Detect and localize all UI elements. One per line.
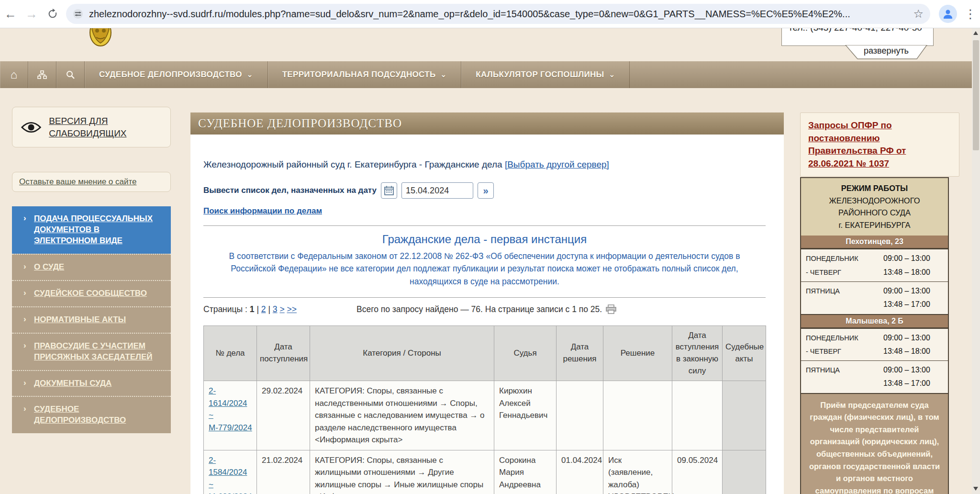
page-link-2[interactable]: 2 [261, 304, 266, 314]
bullet-icon: › [23, 340, 26, 351]
feedback-link[interactable]: Оставьте ваше мнение о сайте [19, 177, 137, 186]
page-last-link[interactable]: >> [287, 304, 297, 314]
legal-force-date [672, 381, 723, 450]
calendar-button[interactable] [381, 182, 397, 199]
reception-notice: Приём председателем суда граждан (физиче… [801, 393, 948, 494]
browser-menu-button[interactable]: ⋮ [961, 7, 980, 22]
case-number-link[interactable]: 2-1614/2024 ~ М-779/2024 [209, 386, 252, 432]
page: тел.: (343) 227-40-41; 227-40-50 разверн… [0, 0, 980, 494]
divider [203, 225, 766, 226]
bookmark-star-icon[interactable]: ☆ [913, 7, 924, 21]
results-summary: Всего по запросу найдено — 76. На страни… [356, 304, 602, 314]
decision-date [557, 381, 603, 450]
pagination-row: Страницы : 1 | 2 | 3 > >> Всего по запро… [203, 304, 766, 318]
eye-icon [21, 120, 41, 135]
person-icon [942, 8, 954, 20]
scroll-down-arrow[interactable] [973, 487, 978, 491]
received-date: 29.02.2024 [257, 381, 310, 450]
decision-date: 01.04.2024 [557, 450, 603, 494]
url-text[interactable]: zheleznodorozhny--svd.sudrf.ru/modules.p… [89, 9, 908, 20]
sitemap-button[interactable] [28, 61, 56, 88]
sidebar-menu: › ПОДАЧА ПРОЦЕССУАЛЬНЫХ ДОКУМЕНТОВ В ЭЛЕ… [12, 206, 171, 433]
browser-toolbar: ← → zheleznodorozhny--svd.sudrf.ru/modul… [0, 0, 980, 28]
sitemap-icon [37, 70, 47, 79]
divider [203, 297, 766, 298]
date-input[interactable] [401, 182, 473, 199]
profile-avatar[interactable] [939, 5, 957, 23]
sidebar-item-jury-justice[interactable]: › ПРАВОСУДИЕ С УЧАСТИЕМ ПРИСЯЖНЫХ ЗАСЕДА… [12, 333, 171, 370]
address-bar[interactable]: zheleznodorozhny--svd.sudrf.ru/modules.p… [66, 4, 930, 24]
judicial-acts [723, 381, 766, 450]
sidebar-item-court-proceedings[interactable]: › СУДЕБНОЕ ДЕЛОПРОИЗВОДСТВО [12, 396, 171, 433]
page-link-3[interactable]: 3 [273, 304, 278, 314]
schedule-row: ПЯТНИЦА 09:00 – 13:00 13:48 – 17:00 [801, 281, 948, 314]
judge-name: Кирюхин Алексей Геннадьевич [494, 381, 557, 450]
schedule-row: ПЯТНИЦА 09:00 – 13:00 13:48 – 17:00 [801, 360, 948, 393]
show-list-button[interactable]: » [478, 182, 494, 199]
feedback-box[interactable]: Оставьте ваше мнение о сайте [12, 172, 171, 192]
judge-name: Сорокина Мария Андреевна [494, 450, 557, 494]
decision [603, 381, 672, 450]
opfr-requests-link[interactable]: Запросы ОПФР по постановлению Правительс… [808, 120, 906, 168]
site-navbar: ⌂ СУДЕБНОЕ ДЕЛОПРОИЗВОДСТВО ⌄ ТЕРРИТОРИА… [0, 61, 980, 88]
case-category: КАТЕГОРИЯ: Споры, связанные с жилищными … [310, 450, 494, 494]
schedule-row: ПОНЕДЕЛЬНИК - ЧЕТВЕРГ 09:00 – 13:00 13:4… [801, 249, 948, 281]
chevron-down-icon: ⌄ [247, 70, 253, 79]
search-button[interactable] [56, 61, 85, 88]
forward-button[interactable]: → [21, 3, 42, 24]
col-judicial-acts: Судебные акты [723, 326, 766, 381]
col-decision: Решение [603, 326, 672, 381]
chevron-down-icon: ⌄ [609, 70, 615, 79]
case-search-link[interactable]: Поиск информации по делам [203, 206, 322, 216]
col-legal-force-date: Дата вступления в законную силу [672, 326, 723, 381]
nav-item-sud-delo[interactable]: СУДЕБНОЕ ДЕЛОПРОИЗВОДСТВО ⌄ [85, 61, 268, 88]
work-schedule: РЕЖИМ РАБОТЫ ЖЕЛЕЗНОДОРОЖНОГО РАЙОННОГО … [800, 177, 949, 494]
sidebar-item-about-court[interactable]: › О СУДЕ [12, 254, 171, 280]
expand-button[interactable]: развернуть [845, 45, 927, 60]
cases-table: № дела Дата поступления Категория / Стор… [203, 326, 766, 494]
opfr-requests-box: Запросы ОПФР по постановлению Правительс… [800, 112, 959, 177]
print-icon[interactable] [606, 304, 616, 314]
sidebar-item-judicial-community[interactable]: › СУДЕЙСКОЕ СООБЩЕСТВО [12, 280, 171, 306]
nav-item-calculator[interactable]: КАЛЬКУЛЯТОР ГОСПОШЛИНЫ ⌄ [461, 61, 630, 88]
accessibility-version-button[interactable]: ВЕРСИЯ ДЛЯ СЛАБОВИДЯЩИХ [12, 107, 171, 147]
section-title: Гражданские дела - первая инстанция [203, 233, 766, 246]
expand-label[interactable]: развернуть [845, 46, 927, 56]
col-category: Категория / Стороны [310, 326, 494, 381]
sidebar-item-court-documents[interactable]: › ДОКУМЕНТЫ СУДА [12, 370, 171, 396]
bullet-icon: › [23, 213, 26, 224]
judicial-acts [723, 450, 766, 494]
home-icon: ⌂ [11, 69, 18, 80]
schedule-row: ПОНЕДЕЛЬНИК - ЧЕТВЕРГ 09:00 – 13:00 13:4… [801, 328, 948, 361]
bullet-icon: › [23, 404, 26, 415]
scrollbar[interactable] [972, 28, 980, 494]
reload-icon [47, 9, 58, 19]
address-band: Пехотинцев, 23 [801, 236, 948, 249]
table-row: 2-1614/2024 ~ М-779/2024 29.02.2024 КАТЕ… [204, 381, 766, 450]
main-panel: Железнодорожный районный суд г. Екатерин… [190, 135, 784, 494]
scrollbar-thumb[interactable] [973, 40, 979, 150]
go-icon: » [483, 185, 489, 196]
col-received-date: Дата поступления [257, 326, 310, 381]
table-row: 2-1584/2024 ~ М-639/2024 21.02.2024 КАТЕ… [204, 450, 766, 494]
sidebar-item-normative-acts[interactable]: › НОРМАТИВНЫЕ АКТЫ [12, 306, 171, 333]
legal-force-date: 09.05.2024 [672, 450, 723, 494]
nav-item-territorial[interactable]: ТЕРРИТОРИАЛЬНАЯ ПОДСУДНОСТЬ ⌄ [268, 61, 462, 88]
col-decision-date: Дата решения [557, 326, 603, 381]
bullet-icon: › [23, 261, 26, 272]
reload-button[interactable] [42, 3, 63, 24]
schedule-title: РЕЖИМ РАБОТЫ ЖЕЛЕЗНОДОРОЖНОГО РАЙОННОГО … [801, 178, 948, 236]
address-band: Малышева, 2 Б [801, 314, 948, 328]
accessibility-label[interactable]: ВЕРСИЯ ДЛЯ СЛАБОВИДЯЩИХ [49, 115, 162, 139]
page-next-link[interactable]: > [279, 304, 284, 314]
date-filter-label: Вывести список дел, назначенных на дату [203, 186, 377, 195]
case-number-link[interactable]: 2-1584/2024 ~ М-639/2024 [209, 456, 252, 494]
choose-server-link[interactable]: [Выбрать другой сервер] [505, 159, 609, 169]
page-title: СУДЕБНОЕ ДЕЛОПРОИЗВОДСТВО [190, 112, 784, 135]
scroll-up-arrow[interactable] [973, 31, 978, 35]
home-button[interactable]: ⌂ [0, 61, 28, 88]
back-button[interactable]: ← [0, 3, 21, 24]
sidebar-item-e-filing[interactable]: › ПОДАЧА ПРОЦЕССУАЛЬНЫХ ДОКУМЕНТОВ В ЭЛЕ… [12, 206, 171, 254]
calendar-icon [384, 186, 394, 195]
site-info-icon[interactable] [73, 9, 83, 19]
